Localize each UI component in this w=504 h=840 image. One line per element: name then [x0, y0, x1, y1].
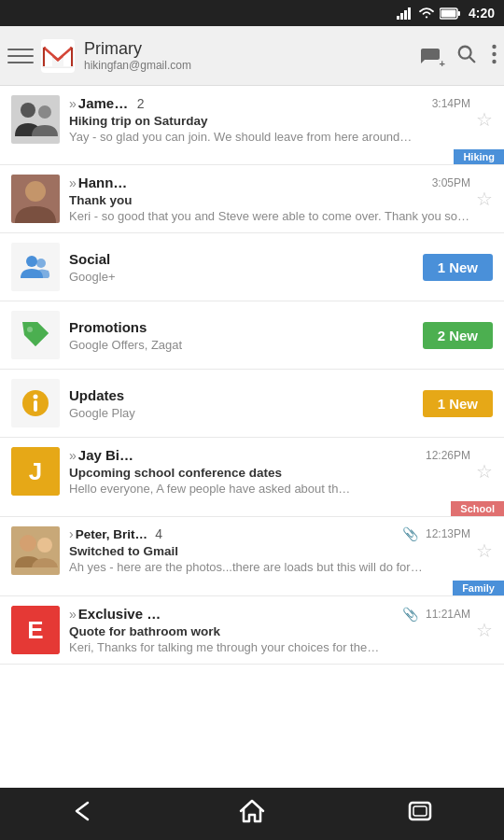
- more-button[interactable]: [492, 44, 497, 68]
- svg-point-16: [492, 59, 496, 63]
- category-social[interactable]: Social Google+ 1 New: [0, 233, 504, 301]
- star-exclusive[interactable]: ☆: [476, 619, 493, 641]
- star-jay[interactable]: ☆: [476, 460, 493, 483]
- email-item-james[interactable]: » James, me 2 3:14PM Hiking trip on Satu…: [0, 86, 504, 165]
- preview-peter: Ah yes - here are the photos...there are…: [69, 560, 470, 574]
- category-sub-promotions: Google Offers, Zagat: [69, 338, 423, 352]
- svg-point-27: [34, 395, 38, 399]
- gmail-logo: [41, 39, 75, 73]
- status-icons: 4:20: [397, 6, 495, 21]
- avatar-exclusive: E: [11, 606, 60, 654]
- tag-jay: School: [451, 501, 504, 516]
- avatar-hannah: [11, 175, 60, 223]
- back-button[interactable]: [71, 800, 97, 828]
- email-header-exclusive: » Exclusive Electricals 📎 11:21AM: [69, 606, 470, 622]
- svg-rect-0: [397, 16, 399, 20]
- badge-promotions: 2 New: [423, 322, 493, 349]
- email-content-peter: › Peter, Brittany, me 4 📎 12:13PM Switch…: [69, 526, 470, 575]
- avatar-letter-exclusive: E: [11, 606, 60, 654]
- time-james: 3:14PM: [432, 97, 470, 110]
- category-name-promotions: Promotions: [69, 319, 423, 335]
- email-item-jay[interactable]: J » Jay Birdsong 12:26PM Upcoming school…: [0, 438, 504, 517]
- svg-line-13: [469, 57, 474, 62]
- time-hannah: 3:05PM: [432, 176, 470, 189]
- compose-plus-icon: +: [440, 58, 445, 69]
- sender-peter: Peter, Brittany, me: [76, 527, 152, 541]
- category-promotions[interactable]: Promotions Google Offers, Zagat 2 New: [0, 301, 504, 370]
- avatar-letter-jay: J: [11, 447, 60, 496]
- svg-rect-5: [457, 11, 460, 16]
- star-hannah[interactable]: ☆: [476, 188, 493, 210]
- compose-button[interactable]: +: [419, 45, 441, 67]
- time-exclusive: 11:21AM: [426, 608, 470, 621]
- subject-james: Hiking trip on Saturday: [69, 114, 470, 128]
- svg-rect-1: [400, 13, 403, 20]
- avatar-james: [11, 95, 60, 144]
- app-bar-actions: +: [419, 44, 497, 68]
- preview-hannah: Keri - so good that you and Steve were a…: [69, 209, 470, 223]
- preview-exclusive: Keri, Thanks for talking me through your…: [69, 640, 470, 654]
- email-list: » James, me 2 3:14PM Hiking trip on Satu…: [0, 86, 504, 788]
- star-james[interactable]: ☆: [476, 108, 493, 131]
- email-content-jay: » Jay Birdsong 12:26PM Upcoming school c…: [69, 447, 470, 496]
- category-name-updates: Updates: [69, 387, 423, 403]
- people-icon: [21, 254, 50, 280]
- app-bar-titles: Primary hikingfan@gmail.com: [84, 39, 419, 72]
- sender-james: James, me: [78, 95, 133, 111]
- svg-point-15: [492, 51, 496, 55]
- wifi-icon: [418, 7, 435, 20]
- double-arrow-hannah: »: [69, 175, 77, 190]
- hamburger-icon[interactable]: [7, 43, 34, 69]
- recent-button[interactable]: [407, 800, 433, 828]
- svg-point-18: [21, 103, 35, 118]
- status-bar: 4:20: [0, 0, 504, 26]
- email-item-exclusive[interactable]: E » Exclusive Electricals 📎 11:21AM Quot…: [0, 596, 504, 665]
- svg-rect-28: [11, 526, 60, 575]
- svg-point-14: [492, 44, 496, 48]
- search-button[interactable]: [456, 44, 477, 68]
- category-sub-updates: Google Play: [69, 406, 423, 420]
- home-button[interactable]: [239, 799, 265, 829]
- badge-social: 1 New: [423, 254, 493, 281]
- svg-point-22: [26, 256, 37, 267]
- tag-james: Hiking: [454, 149, 504, 164]
- battery-icon: [440, 7, 460, 20]
- category-content-updates: Updates Google Play: [69, 387, 423, 420]
- email-content-james: » James, me 2 3:14PM Hiking trip on Satu…: [69, 95, 470, 144]
- preview-jay: Hello everyone, A few people have asked …: [69, 482, 470, 496]
- subject-jay: Upcoming school conference dates: [69, 466, 470, 480]
- more-icon: [492, 44, 497, 64]
- double-arrow-exclusive: »: [69, 607, 77, 622]
- attachment-icon-peter: 📎: [402, 526, 418, 541]
- count-james: 2: [137, 96, 145, 111]
- sender-jay: Jay Birdsong: [78, 447, 137, 463]
- email-item-peter[interactable]: › Peter, Brittany, me 4 📎 12:13PM Switch…: [0, 517, 504, 596]
- promotions-icon-wrap: [11, 311, 60, 359]
- tag-peter: Family: [453, 581, 504, 595]
- star-peter[interactable]: ☆: [476, 539, 493, 562]
- subject-exclusive: Quote for bathroom work: [69, 624, 470, 638]
- category-updates[interactable]: Updates Google Play 1 New: [0, 370, 504, 438]
- email-header-james: » James, me 2 3:14PM: [69, 95, 470, 111]
- svg-point-21: [25, 181, 46, 202]
- subject-peter: Switched to Gmail: [69, 544, 470, 558]
- avatar-peter: [11, 526, 60, 575]
- category-sub-social: Google+: [69, 270, 423, 284]
- info-icon: [21, 388, 50, 418]
- search-icon: [456, 44, 477, 64]
- app-bar: Primary hikingfan@gmail.com +: [0, 26, 504, 86]
- svg-rect-17: [11, 95, 60, 144]
- category-content-social: Social Google+: [69, 251, 423, 284]
- avatar-jay: J: [11, 447, 60, 496]
- preview-james: Yay - so glad you can join. We should le…: [69, 130, 470, 144]
- category-content-promotions: Promotions Google Offers, Zagat: [69, 319, 423, 352]
- double-arrow-james: »: [69, 96, 77, 111]
- email-header-hannah: » Hannah Cho 3:05PM: [69, 175, 470, 190]
- email-item-hannah[interactable]: » Hannah Cho 3:05PM Thank you Keri - so …: [0, 165, 504, 233]
- sender-exclusive: Exclusive Electricals: [78, 606, 167, 622]
- time-jay: 12:26PM: [426, 449, 470, 462]
- svg-point-30: [37, 538, 52, 553]
- app-bar-subtitle: hikingfan@gmail.com: [84, 59, 419, 72]
- email-content-exclusive: » Exclusive Electricals 📎 11:21AM Quote …: [69, 606, 470, 654]
- tag-icon: [21, 320, 50, 350]
